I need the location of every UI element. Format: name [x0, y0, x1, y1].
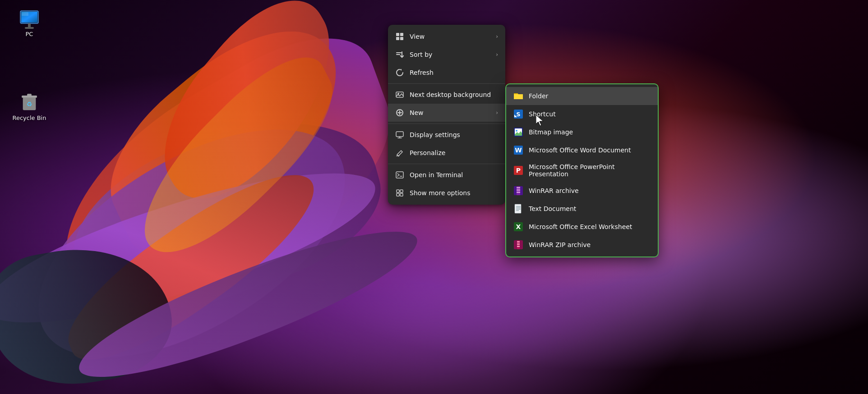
svg-rect-57 [517, 243, 520, 245]
svg-rect-12 [400, 33, 403, 36]
svg-text:X: X [516, 223, 521, 230]
svg-rect-3 [28, 23, 31, 27]
svg-point-37 [516, 130, 517, 132]
separator-1 [388, 83, 505, 84]
plus-icon [395, 108, 404, 117]
submenu-item-text-label: Text Document [529, 205, 576, 212]
submenu-item-shortcut[interactable]: S Shortcut [506, 105, 658, 123]
recycle-bin-svg: ♻ [18, 90, 40, 112]
submenu-item-text[interactable]: Text Document [506, 200, 658, 218]
recycle-bin-icon[interactable]: ♻ Recycle Bin [11, 90, 47, 122]
menu-item-view[interactable]: View › [388, 27, 505, 46]
submenu-item-ppt-label: Microsoft Office PowerPoint Presentation [529, 163, 651, 178]
svg-rect-47 [515, 204, 521, 213]
svg-rect-29 [400, 190, 403, 192]
paint-icon [395, 148, 404, 157]
menu-item-terminal[interactable]: Open in Terminal [388, 166, 505, 184]
submenu-item-excel[interactable]: X Microsoft Office Excel Worksheet [506, 218, 658, 236]
zip-icon [513, 240, 523, 250]
text-doc-icon [513, 204, 523, 214]
svg-text:♻: ♻ [27, 101, 32, 108]
svg-rect-11 [396, 33, 399, 36]
sort-arrow: › [496, 51, 498, 58]
recycle-bin-label: Recycle Bin [13, 115, 46, 122]
sort-icon [395, 50, 404, 59]
svg-rect-58 [517, 246, 520, 247]
svg-rect-56 [517, 241, 520, 243]
svg-rect-4 [25, 27, 34, 29]
submenu-item-excel-label: Microsoft Office Excel Worksheet [529, 223, 632, 230]
submenu-item-bitmap[interactable]: Bitmap image [506, 123, 658, 141]
menu-item-show-more[interactable]: Show more options [388, 184, 505, 202]
image-icon [395, 90, 404, 99]
folder-icon [513, 91, 523, 101]
svg-text:P: P [516, 167, 521, 174]
submenu-item-bitmap-label: Bitmap image [529, 128, 573, 136]
submenu-item-folder[interactable]: Folder [506, 87, 658, 105]
submenu-item-folder-label: Folder [529, 92, 548, 100]
svg-rect-44 [517, 187, 520, 188]
svg-rect-28 [397, 190, 399, 192]
pc-monitor-svg [18, 9, 40, 31]
svg-rect-45 [517, 189, 520, 191]
svg-rect-30 [397, 193, 399, 196]
separator-3 [388, 164, 505, 164]
new-arrow: › [496, 110, 498, 116]
submenu-item-word-label: Microsoft Office Word Document [529, 147, 631, 154]
menu-item-terminal-label: Open in Terminal [410, 171, 463, 179]
svg-rect-14 [400, 37, 403, 40]
svg-rect-5 [22, 12, 28, 16]
refresh-icon [395, 68, 404, 77]
menu-item-sort[interactable]: Sort by › [388, 46, 505, 64]
menu-item-display[interactable]: Display settings [388, 126, 505, 144]
mouse-cursor [536, 115, 543, 126]
svg-text:S: S [516, 111, 520, 118]
menu-item-refresh-label: Refresh [410, 69, 434, 76]
pc-label: PC [26, 31, 33, 38]
svg-rect-10 [22, 96, 37, 96]
submenu-item-word[interactable]: W Microsoft Office Word Document [506, 141, 658, 159]
menu-item-show-more-label: Show more options [410, 189, 471, 197]
menu-item-view-label: View [410, 33, 425, 40]
expand-icon [395, 188, 404, 197]
menu-item-next-bg-label: Next desktop background [410, 91, 491, 98]
excel-icon: X [513, 222, 523, 232]
svg-rect-31 [400, 193, 403, 196]
submenu-item-zip[interactable]: WinRAR ZIP archive [506, 236, 658, 254]
word-icon: W [513, 145, 523, 155]
pc-icon[interactable]: PC [11, 9, 47, 38]
svg-rect-13 [396, 37, 399, 40]
svg-rect-23 [396, 132, 403, 137]
menu-item-sort-label: Sort by [410, 51, 432, 58]
menu-item-new[interactable]: New › [388, 104, 505, 122]
svg-rect-26 [396, 172, 403, 178]
winrar-icon [513, 186, 523, 196]
svg-rect-46 [517, 192, 520, 193]
menu-item-personalize[interactable]: Personalize [388, 144, 505, 162]
ppt-icon: P [513, 165, 523, 175]
terminal-icon [395, 170, 404, 179]
submenu-item-zip-label: WinRAR ZIP archive [529, 241, 591, 248]
view-arrow: › [496, 33, 498, 40]
submenu-new: Folder S Shortcut Bitmap image [505, 83, 659, 257]
svg-text:W: W [515, 147, 522, 154]
shortcut-icon: S [513, 109, 523, 119]
bitmap-icon [513, 127, 523, 137]
grid-icon [395, 32, 404, 41]
menu-item-display-label: Display settings [410, 131, 460, 138]
submenu-item-ppt[interactable]: P Microsoft Office PowerPoint Presentati… [506, 159, 658, 182]
separator-2 [388, 124, 505, 124]
display-icon [395, 130, 404, 139]
submenu-item-winrar-label: WinRAR archive [529, 187, 579, 194]
context-menu: View › Sort by › Refresh [388, 25, 505, 205]
menu-item-next-bg[interactable]: Next desktop background [388, 86, 505, 104]
svg-marker-59 [536, 115, 543, 126]
menu-item-personalize-label: Personalize [410, 149, 445, 156]
menu-item-new-label: New [410, 109, 424, 116]
menu-item-refresh[interactable]: Refresh [388, 64, 505, 82]
submenu-item-winrar[interactable]: WinRAR archive [506, 182, 658, 200]
